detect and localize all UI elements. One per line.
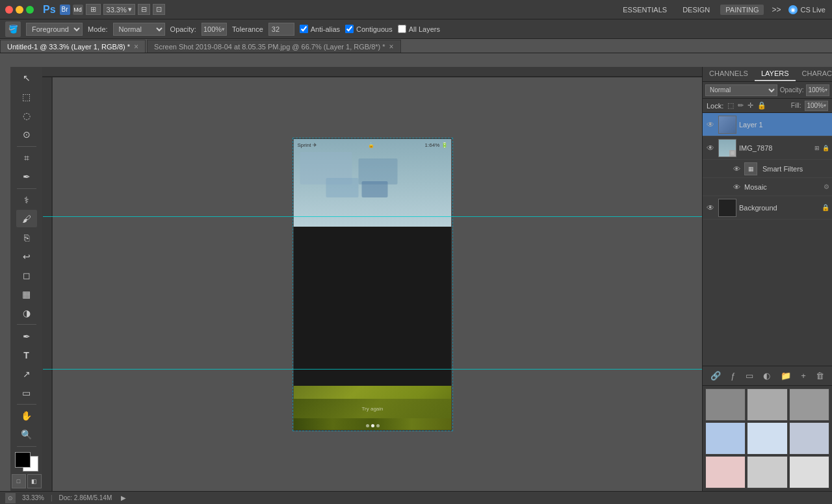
blur-block-3 [326, 178, 359, 197]
foreground-select[interactable]: Foreground [26, 23, 83, 36]
group-btn[interactable]: 📁 [778, 370, 794, 382]
canvas-image[interactable]: Sprint ✈ 🔒 1:64% 🔋 Try again [293, 138, 452, 431]
mask-btn[interactable]: ▭ [743, 370, 756, 382]
color-proof-icon[interactable]: ⊙ [5, 493, 16, 503]
crop-tool[interactable]: ⌗ [16, 149, 37, 167]
dodge-tool[interactable]: ◑ [16, 304, 37, 321]
history-brush[interactable]: ↩ [16, 247, 37, 265]
quick-mask-btn[interactable]: ◧ [27, 474, 42, 488]
opacity-control[interactable]: 100% ▾ [806, 84, 829, 96]
new-layer-btn[interactable]: + [798, 370, 809, 382]
zoom-value: 33.3% [107, 6, 127, 14]
active-tool-icon: 🪣 [5, 21, 21, 37]
screen-mode[interactable]: ⊟ [138, 4, 150, 15]
eyedropper-tool[interactable]: ✒ [16, 168, 37, 186]
main-layout: ↖ ⬚ ◌ ⊙ ⌗ ✒ ⚕ 🖌 ⎘ ↩ ◻ ▦ ◑ ✒ T ↗ ▭ ✋ 🔍 □ … [0, 67, 832, 491]
bridge-icon: Br [60, 5, 70, 15]
move-tool[interactable]: ↖ [16, 69, 37, 87]
layer-blend-mode[interactable]: Normal [705, 84, 777, 96]
link-layers-btn[interactable]: 🔗 [708, 370, 723, 382]
contiguous-label[interactable]: Contiguous [345, 25, 393, 33]
blend-opacity-bar: Normal Opacity: 100% ▾ [703, 82, 832, 99]
more-workspaces-button[interactable]: >> [769, 4, 783, 16]
type-tool[interactable]: T [16, 346, 37, 364]
smart-filters-visibility-icon[interactable]: 👁 [731, 164, 742, 174]
vertical-ruler [42, 77, 53, 491]
status-arrow-btn[interactable]: ▶ [121, 494, 126, 501]
close-button[interactable] [5, 6, 13, 14]
cs-live-button[interactable]: ◉ CS Live [788, 5, 826, 14]
standard-mode-btn[interactable]: □ [12, 474, 26, 488]
anti-alias-label[interactable]: Anti-alias [300, 25, 340, 33]
tool-separator-1 [17, 146, 36, 147]
mosaic-settings-icon[interactable]: ⚙ [824, 183, 829, 190]
opacity-control[interactable]: 100% ▾ [202, 23, 227, 36]
hand-tool[interactable]: ✋ [16, 407, 37, 425]
lock-position-icon[interactable]: ✛ [748, 101, 753, 110]
background-name: Background [739, 204, 819, 212]
lock-image-icon[interactable]: ✏ [738, 101, 744, 110]
anti-alias-checkbox[interactable] [300, 25, 308, 33]
blend-mode-select[interactable]: Normal [113, 23, 165, 36]
background-visibility-icon[interactable]: 👁 [705, 203, 716, 213]
lock-all-icon[interactable]: 🔒 [757, 101, 766, 110]
arrange-docs[interactable]: ⊡ [153, 4, 165, 15]
layer-item-background[interactable]: 👁 Background 🔒 [703, 196, 832, 220]
fill-control[interactable]: 100% ▾ [805, 101, 828, 111]
tab-untitled[interactable]: Untitled-1 @ 33.3% (Layer 1, RGB/8) * × [0, 40, 146, 53]
shape-tool[interactable]: ▭ [16, 384, 37, 401]
marquee-tool[interactable]: ⬚ [16, 88, 37, 106]
tolerance-input[interactable] [268, 23, 294, 36]
layers-tab[interactable]: LAYERS [755, 67, 796, 81]
healing-tool[interactable]: ⚕ [16, 192, 37, 209]
fx-btn[interactable]: ƒ [728, 370, 738, 382]
essentials-workspace[interactable]: ESSENTIALS [618, 5, 672, 15]
brush-tool[interactable]: 🖌 [16, 210, 37, 227]
maximize-button[interactable] [26, 6, 34, 14]
foreground-color-swatch[interactable] [15, 452, 31, 468]
preview-cell-6 [789, 422, 829, 455]
minimize-button[interactable] [16, 6, 23, 14]
adjustment-btn[interactable]: ◐ [760, 370, 773, 382]
quick-select-tool[interactable]: ⊙ [16, 126, 37, 144]
all-layers-checkbox[interactable] [398, 25, 406, 33]
canvas-area[interactable]: Sprint ✈ 🔒 1:64% 🔋 Try again [43, 67, 702, 491]
view-selector[interactable]: ⊞ [86, 4, 101, 15]
tab-label-1: Screen Shot 2019-08-04 at 8.05.35 PM.jpg… [154, 43, 385, 51]
ruler-spacer [0, 67, 10, 491]
cs-live-icon: ◉ [788, 5, 798, 14]
layer-item-layer1[interactable]: 👁 Layer 1 [703, 113, 832, 136]
preview-cell-3 [789, 388, 829, 421]
gradient-tool[interactable]: ▦ [16, 285, 37, 303]
delete-layer-btn[interactable]: 🗑 [813, 370, 827, 382]
mosaic-layer-item[interactable]: 👁 Mosaic ⚙ [703, 178, 832, 196]
opacity-arrow: ▾ [222, 26, 225, 32]
close-tab-0[interactable]: × [134, 42, 138, 51]
contiguous-checkbox[interactable] [345, 25, 354, 33]
character-tab[interactable]: CHARACTER [796, 67, 833, 81]
eraser-tool[interactable]: ◻ [16, 266, 37, 284]
tab-label-0: Untitled-1 @ 33.3% (Layer 1, RGB/8) * [7, 43, 130, 51]
mosaic-visibility-icon[interactable]: 👁 [731, 182, 742, 192]
lock-transparent-icon[interactable]: ⬚ [727, 101, 734, 110]
mode-toggle: □ ◧ [12, 474, 42, 488]
path-select-tool[interactable]: ↗ [16, 365, 37, 383]
color-swatches[interactable] [15, 452, 38, 472]
tool-separator-3 [17, 324, 36, 325]
layer1-visibility-icon[interactable]: 👁 [705, 120, 716, 130]
close-tab-1[interactable]: × [389, 42, 394, 51]
channels-tab[interactable]: CHANNELS [703, 67, 755, 81]
smart-filters-name: Smart Filters [762, 165, 803, 173]
layer-item-img7878[interactable]: 👁 ⊞ IMG_7878 ⊞ 🔒 [703, 136, 832, 160]
zoom-tool[interactable]: 🔍 [16, 426, 37, 444]
lasso-tool[interactable]: ◌ [16, 107, 37, 125]
painting-workspace[interactable]: PAINTING [720, 5, 764, 15]
clone-tool[interactable]: ⎘ [16, 229, 37, 246]
zoom-level[interactable]: 33.3% ▾ [103, 4, 135, 15]
design-workspace[interactable]: DESIGN [677, 5, 715, 15]
tab-screenshot[interactable]: Screen Shot 2019-08-04 at 8.05.35 PM.jpg… [147, 40, 400, 53]
all-layers-label[interactable]: All Layers [398, 25, 440, 33]
smart-filters-item[interactable]: 👁 ▦ Smart Filters [703, 160, 832, 178]
pen-tool[interactable]: ✒ [16, 327, 37, 345]
img7878-visibility-icon[interactable]: 👁 [705, 143, 716, 153]
